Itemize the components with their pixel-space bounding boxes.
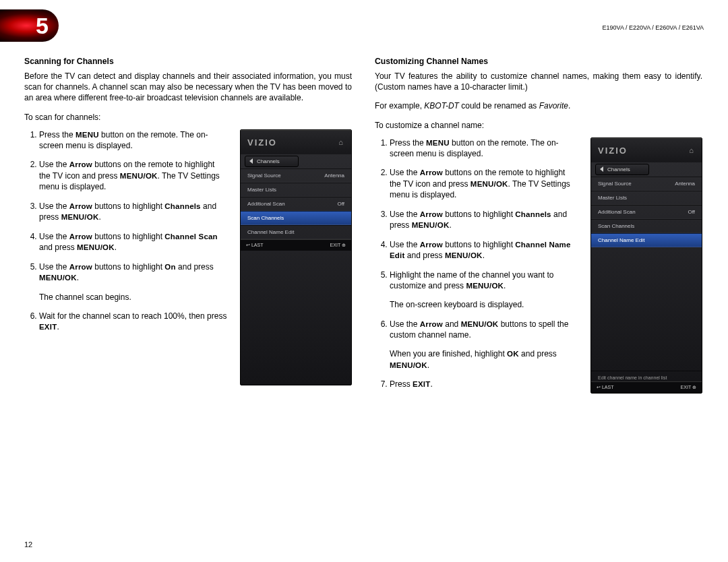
- lead-right: To customize a channel name:: [375, 120, 702, 131]
- step-r2: Use the Arrow buttons on the remote to h…: [390, 167, 578, 200]
- steps-left: Press the MENU button on the remote. The…: [24, 129, 228, 333]
- device-screenshot-right: VIZIO ⌂ Channels Signal SourceAntennaMas…: [590, 137, 702, 394]
- device-menu-row: Channel Name Edit: [591, 233, 702, 247]
- device-menu-row: Additional ScanOff: [241, 197, 351, 211]
- step-l1: Press the MENU button on the remote. The…: [39, 129, 228, 152]
- step-l3: Use the Arrow buttons to highlight Chann…: [39, 201, 228, 223]
- lead-left: To scan for channels:: [24, 112, 352, 123]
- chevron-left-icon: [249, 158, 253, 164]
- device-menu-row: Master Lists: [591, 191, 702, 205]
- device-brand: VIZIO: [247, 137, 277, 148]
- step-r6: Use the Arrow and MENU/OK buttons to spe…: [390, 319, 578, 371]
- column-left: Scanning for Channels Before the TV can …: [24, 57, 352, 398]
- step-r5: Highlight the name of the channel you wa…: [390, 270, 578, 311]
- device-screenshot-left: VIZIO ⌂ Channels Signal SourceAntennaMas…: [240, 129, 352, 385]
- step-l2: Use the Arrow buttons on the remote to h…: [39, 159, 228, 192]
- step-r3: Use the Arrow buttons to highlight Chann…: [390, 209, 578, 231]
- steps-right: Press the MENU button on the remote. The…: [375, 137, 578, 390]
- step-l5: Use the Arrow buttons to highlight On an…: [39, 261, 228, 303]
- model-line: E190VA / E220VA / E260VA / E261VA: [603, 24, 704, 31]
- page-number: 12: [24, 540, 32, 549]
- heading-customizing: Customizing Channel Names: [375, 57, 702, 66]
- device-help-text: Edit channel name in channel list: [591, 371, 702, 381]
- home-icon: ⌂: [689, 146, 695, 154]
- device-menu-row: Signal SourceAntenna: [241, 168, 351, 183]
- heading-scanning: Scanning for Channels: [24, 57, 352, 66]
- device-channels-tab: Channels: [595, 164, 649, 175]
- chapter-badge: 5: [0, 9, 59, 42]
- device-menu-row: Channel Name Edit: [241, 225, 351, 239]
- step-r4: Use the Arrow buttons to highlight Chann…: [390, 239, 578, 261]
- home-icon: ⌂: [338, 138, 344, 146]
- intro-para-left: Before the TV can detect and display cha…: [24, 71, 352, 104]
- step-l4: Use the Arrow buttons to highlight Chann…: [39, 231, 228, 253]
- device-menu-row: Signal SourceAntenna: [591, 177, 702, 191]
- chevron-left-icon: [600, 166, 603, 172]
- step-r1: Press the MENU button on the remote. The…: [390, 137, 578, 160]
- device-channels-tab: Channels: [245, 156, 299, 167]
- device-menu-row: Additional ScanOff: [591, 205, 702, 219]
- device-brand: VIZIO: [598, 146, 628, 156]
- device-list-right: Signal SourceAntennaMaster ListsAddition…: [591, 177, 702, 247]
- device-bottom-bar: ↩ LAST EXIT ⊕: [241, 239, 351, 251]
- device-list-left: Signal SourceAntennaMaster ListsAddition…: [241, 168, 351, 239]
- intro-para-right: Your TV features the ability to customiz…: [375, 71, 702, 92]
- chapter-number: 5: [0, 9, 59, 42]
- step-l6: Wait for the channel scan to reach 100%,…: [39, 311, 228, 333]
- device-bottom-bar: ↩ LAST EXIT ⊕: [591, 381, 702, 393]
- step-r7: Press EXIT.: [390, 379, 578, 390]
- example-line: For example, KBOT-DT could be renamed as…: [375, 100, 702, 111]
- device-menu-row: Scan Channels: [591, 219, 702, 233]
- column-right: Customizing Channel Names Your TV featur…: [375, 57, 702, 398]
- device-menu-row: Master Lists: [241, 183, 351, 197]
- device-menu-row: Scan Channels: [241, 211, 351, 225]
